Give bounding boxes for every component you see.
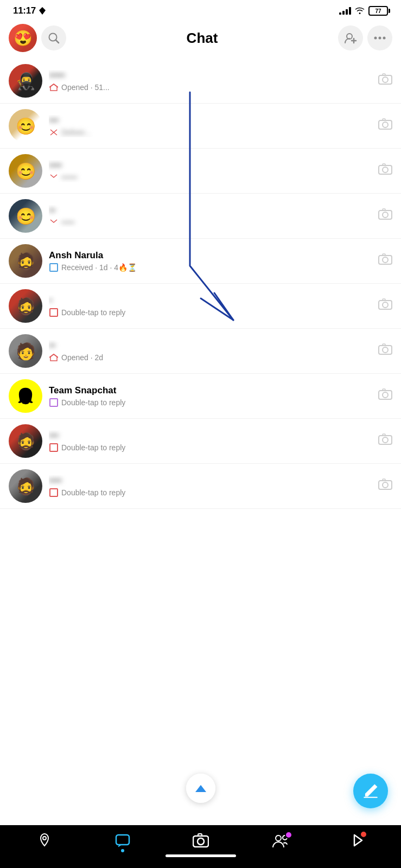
chat-name: ••• bbox=[49, 430, 378, 441]
chat-icon bbox=[115, 833, 130, 848]
home-indicator bbox=[166, 854, 236, 857]
chat-info: Ansh Narula Received · 1d · 4🔥⏳ bbox=[49, 250, 378, 272]
nav-item-chat[interactable] bbox=[115, 833, 130, 848]
avatar: 😊 bbox=[9, 154, 42, 188]
scroll-up-button[interactable] bbox=[186, 774, 215, 803]
list-item[interactable]: 😊 •• ••••• bbox=[0, 194, 401, 239]
status-time: 11:17 bbox=[13, 5, 36, 16]
nav-item-stories[interactable] bbox=[352, 833, 364, 848]
camera-button[interactable] bbox=[378, 253, 392, 269]
self-avatar[interactable]: 😍 bbox=[9, 24, 37, 52]
svg-rect-39 bbox=[116, 835, 129, 845]
chat-name: Team Snapchat bbox=[49, 385, 378, 396]
chat-name: ••• bbox=[49, 115, 378, 126]
nav-item-friends[interactable] bbox=[272, 833, 289, 847]
list-item[interactable]: 🧔 ••• Double-tap to reply bbox=[0, 419, 401, 464]
status-icons: 77 bbox=[339, 6, 388, 16]
camera-button[interactable] bbox=[378, 298, 392, 314]
chat-status-text: Double-tap to reply bbox=[61, 488, 125, 497]
add-friend-button[interactable] bbox=[338, 25, 363, 50]
list-item[interactable]: 😊 ••• Deliver... bbox=[0, 104, 401, 149]
camera-button[interactable] bbox=[378, 118, 392, 133]
search-button[interactable] bbox=[41, 25, 66, 50]
avatar: 🧔 bbox=[9, 424, 42, 458]
svg-point-24 bbox=[383, 302, 388, 308]
svg-point-12 bbox=[383, 122, 388, 127]
edit-icon bbox=[362, 782, 379, 800]
wifi-icon bbox=[355, 7, 365, 16]
chat-status: ••••• bbox=[49, 218, 378, 227]
avatar: 🧔 bbox=[9, 469, 42, 503]
svg-rect-31 bbox=[383, 389, 385, 391]
signal-bars-icon bbox=[339, 7, 351, 15]
chat-status-text: Double-tap to reply bbox=[61, 398, 125, 407]
avatar: 🧔 bbox=[9, 289, 42, 323]
camera-button[interactable] bbox=[378, 388, 392, 404]
list-item[interactable]: 🧔 Ansh Narula Received · 1d · 4🔥⏳ bbox=[0, 239, 401, 284]
chevron-up-icon bbox=[195, 785, 206, 792]
chat-info: •• ••••• bbox=[49, 205, 378, 227]
new-chat-fab[interactable] bbox=[353, 774, 388, 808]
chat-info: •••• Double-tap to reply bbox=[49, 475, 378, 497]
svg-rect-22 bbox=[383, 254, 385, 256]
list-item[interactable]: Team Snapchat Double-tap to reply bbox=[0, 374, 401, 419]
svg-rect-19 bbox=[383, 209, 385, 210]
chat-status: Double-tap to reply bbox=[49, 488, 378, 497]
svg-rect-10 bbox=[383, 74, 385, 75]
svg-point-18 bbox=[383, 212, 388, 218]
friends-badge bbox=[285, 831, 292, 839]
reply-icon bbox=[49, 308, 59, 317]
svg-point-30 bbox=[383, 392, 388, 398]
camera-button[interactable] bbox=[378, 73, 392, 88]
svg-point-43 bbox=[276, 835, 281, 841]
chat-status: Double-tap to reply bbox=[49, 443, 378, 452]
svg-rect-37 bbox=[383, 479, 385, 481]
chat-info: ••••• Opened · 51... bbox=[49, 70, 378, 92]
received-icon bbox=[49, 263, 59, 272]
list-item[interactable]: 🥷 ••••• Opened · 51... bbox=[0, 59, 401, 104]
list-item[interactable]: 🧑 •• Opened · 2d bbox=[0, 329, 401, 374]
chat-header: 😍 Chat bbox=[0, 20, 401, 59]
list-item[interactable]: 🧔 • Double-tap to reply bbox=[0, 284, 401, 329]
chat-status: •••••• bbox=[49, 173, 378, 182]
svg-rect-25 bbox=[383, 299, 385, 301]
reply-icon bbox=[49, 398, 59, 407]
nav-item-map[interactable] bbox=[37, 833, 52, 848]
avatar: 😊 bbox=[9, 199, 42, 233]
chat-info: Team Snapchat Double-tap to reply bbox=[49, 385, 378, 407]
svg-rect-28 bbox=[383, 344, 385, 346]
chat-status: Opened · 2d bbox=[49, 353, 378, 362]
chat-info: •• Opened · 2d bbox=[49, 340, 378, 362]
camera-button[interactable] bbox=[378, 433, 392, 449]
chat-name: Ansh Narula bbox=[49, 250, 378, 261]
camera-button[interactable] bbox=[378, 478, 392, 494]
delivered-icon bbox=[49, 173, 59, 182]
svg-rect-13 bbox=[383, 119, 385, 120]
avatar: 🧑 bbox=[9, 334, 42, 368]
svg-line-1 bbox=[56, 40, 59, 43]
chat-status: Received · 1d · 4🔥⏳ bbox=[49, 263, 378, 272]
chat-status: Double-tap to reply bbox=[49, 308, 378, 317]
svg-point-6 bbox=[379, 37, 381, 40]
chat-name: ••••• bbox=[49, 70, 378, 81]
chat-status-text: Opened · 51... bbox=[61, 83, 110, 92]
chat-status-text: Received · 1d · 4🔥⏳ bbox=[61, 263, 137, 272]
camera-button[interactable] bbox=[378, 163, 392, 178]
camera-button[interactable] bbox=[378, 208, 392, 224]
snapchat-ghost-icon bbox=[15, 386, 36, 406]
camera-nav-icon bbox=[193, 833, 209, 848]
chat-list: 🥷 ••••• Opened · 51... 😊 ••• bbox=[0, 59, 401, 509]
chat-info: • Double-tap to reply bbox=[49, 295, 378, 317]
battery-icon: 77 bbox=[368, 6, 388, 16]
chat-status-text: ••••• bbox=[61, 218, 75, 227]
chat-name: • bbox=[49, 295, 378, 306]
nav-item-camera[interactable] bbox=[193, 833, 209, 848]
list-item[interactable]: 😊 •••• •••••• bbox=[0, 149, 401, 194]
camera-button[interactable] bbox=[378, 343, 392, 359]
chat-status-text: Double-tap to reply bbox=[61, 308, 125, 317]
svg-point-27 bbox=[383, 347, 388, 353]
delivered-icon bbox=[49, 127, 59, 137]
list-item[interactable]: 🧔 •••• Double-tap to reply bbox=[0, 464, 401, 509]
more-options-button[interactable] bbox=[367, 25, 392, 50]
search-icon bbox=[48, 32, 60, 44]
